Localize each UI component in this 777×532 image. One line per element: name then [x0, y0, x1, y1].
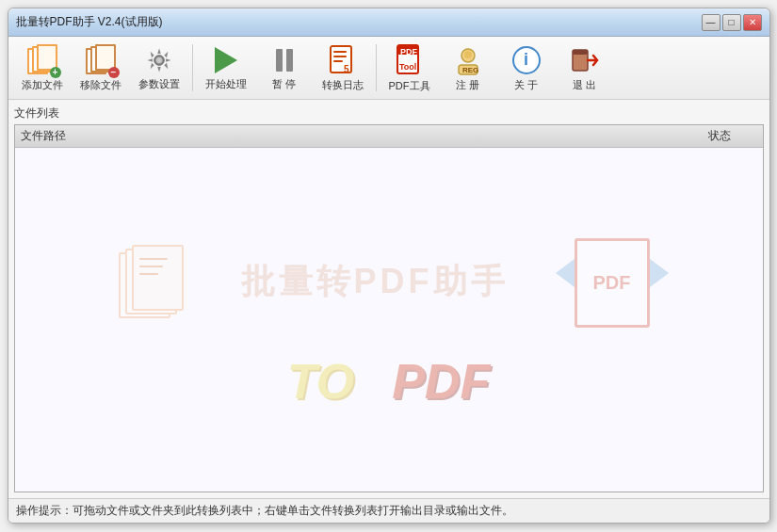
pause-icon [267, 44, 301, 75]
minimize-button[interactable]: — [702, 14, 720, 31]
settings-button[interactable]: 参数设置 [131, 40, 187, 95]
svg-point-2 [156, 57, 161, 62]
watermark-cn-text: 批量转PDF助手 [241, 259, 509, 305]
gear-icon [142, 44, 176, 75]
close-button[interactable]: ✕ [743, 14, 762, 31]
toolbar: + 添加文件 − 移除文件 [8, 37, 769, 100]
svg-text:i: i [524, 50, 528, 69]
file-list-container: 文件路径 状态 [14, 124, 764, 492]
remove-file-label: 移除文件 [80, 78, 121, 92]
svg-point-13 [464, 51, 472, 58]
log-label: 转换日志 [322, 78, 364, 92]
svg-rect-4 [333, 51, 347, 53]
pdf-icon-watermark: PDF [565, 231, 659, 334]
about-button[interactable]: i 关 于 [498, 40, 555, 95]
file-list-section-label: 文件列表 [14, 105, 764, 121]
col-path-header: 文件路径 [21, 128, 682, 144]
svg-text:PDF: PDF [400, 47, 418, 56]
content-area: 文件列表 文件路径 状态 [8, 100, 769, 498]
settings-label: 参数设置 [138, 77, 180, 91]
add-file-button[interactable]: + 添加文件 [14, 40, 71, 95]
watermark-en-area: TO PDF [287, 353, 490, 410]
svg-rect-19 [573, 50, 588, 55]
toolbar-separator-2 [376, 44, 377, 91]
watermark-top-row: 批量转PDF助手 PDF [119, 231, 659, 334]
watermark-area: 批量转PDF助手 PDF TO PDF [15, 148, 763, 492]
doc-stack-icon [119, 245, 185, 320]
status-bar: 操作提示：可拖动文件或文件夹到此转换列表中；右键单击文件转换列表打开输出目录或输… [8, 498, 769, 523]
maximize-button[interactable]: □ [722, 14, 741, 31]
log-icon: 5 [326, 44, 360, 76]
exit-icon [568, 44, 602, 76]
add-file-label: 添加文件 [22, 78, 63, 92]
watermark-pdf-text: PDF [392, 353, 490, 410]
watermark-to-text: TO [287, 353, 354, 410]
exit-button[interactable]: 退 出 [557, 40, 613, 95]
register-button[interactable]: REG 注 册 [440, 40, 496, 95]
add-file-icon: + [25, 44, 59, 76]
window-title: 批量转PDF助手 V2.4(试用版) [16, 14, 163, 30]
pdf-tool-icon: PDF Tool [393, 43, 427, 77]
main-window: 批量转PDF助手 V2.4(试用版) — □ ✕ + 添加文件 [8, 8, 770, 524]
pdf-tool-button[interactable]: PDF Tool PDF工具 [381, 40, 438, 95]
start-label: 开始处理 [205, 77, 247, 91]
file-list-body[interactable]: 批量转PDF助手 PDF TO PDF [15, 148, 763, 492]
exit-label: 退 出 [573, 78, 596, 92]
svg-rect-5 [333, 56, 347, 57]
start-button[interactable]: 开始处理 [198, 40, 254, 95]
pause-button[interactable]: 暂 停 [256, 40, 313, 95]
remove-file-button[interactable]: − 移除文件 [73, 40, 129, 95]
about-label: 关 于 [514, 78, 538, 92]
log-button[interactable]: 5 转换日志 [315, 40, 371, 95]
about-icon: i [510, 44, 543, 76]
play-icon [209, 44, 243, 75]
register-label: 注 册 [456, 78, 479, 92]
col-status-header: 状态 [682, 128, 757, 144]
register-icon: REG [451, 44, 485, 76]
remove-file-icon: − [84, 44, 118, 76]
svg-text:REG: REG [462, 66, 478, 74]
svg-rect-6 [333, 60, 343, 62]
window-controls: — □ ✕ [702, 14, 762, 31]
svg-text:5: 5 [344, 64, 349, 74]
svg-text:Tool: Tool [399, 62, 416, 72]
pause-label: 暂 停 [272, 77, 296, 91]
toolbar-separator-1 [192, 44, 193, 91]
status-tip: 操作提示：可拖动文件或文件夹到此转换列表中；右键单击文件转换列表打开输出目录或输… [16, 504, 513, 517]
title-bar: 批量转PDF助手 V2.4(试用版) — □ ✕ [8, 8, 769, 37]
file-list-header: 文件路径 状态 [15, 125, 763, 148]
pdf-tool-label: PDF工具 [389, 79, 430, 93]
